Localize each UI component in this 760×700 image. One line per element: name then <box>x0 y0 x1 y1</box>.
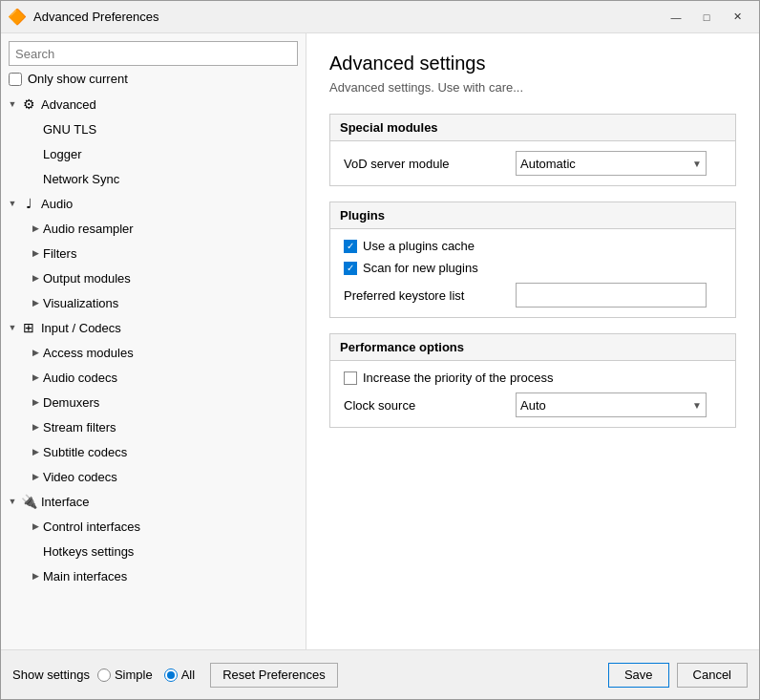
form-row-keystore: Preferred keystore list <box>344 283 722 308</box>
search-container <box>1 33 306 70</box>
tree-label-demuxers: Demuxers <box>43 395 99 410</box>
checkbox-plugins-cache[interactable] <box>344 240 357 253</box>
chevron-down-icon: ▼ <box>692 159 702 169</box>
tree-item-hotkeys-settings[interactable]: Hotkeys settings <box>1 539 306 563</box>
checkbox-scan-plugins[interactable] <box>344 262 357 275</box>
tree-item-subtitle-codecs[interactable]: ▶ Subtitle codecs <box>1 439 306 464</box>
content-area: Only show current ▼ ⚙ Advanced GNU TLS L… <box>1 33 759 699</box>
radio-group-settings: Simple All <box>97 668 195 682</box>
search-input[interactable] <box>9 41 298 66</box>
radio-circle-simple <box>97 668 111 682</box>
label-scan-plugins: Scan for new plugins <box>363 261 478 275</box>
tree-label-logger: Logger <box>43 147 81 161</box>
section-header-special-modules: Special modules <box>330 115 735 141</box>
tree-label-subtitle-codecs: Subtitle codecs <box>43 445 127 459</box>
tree-label-stream-filters: Stream filters <box>43 420 116 435</box>
tree-item-interface[interactable]: ▼ 🔌 Interface <box>1 489 306 514</box>
select-clock-source[interactable]: Auto ▼ <box>516 392 707 417</box>
label-keystore: Preferred keystore list <box>344 288 516 303</box>
tree-label-control-interfaces: Control interfaces <box>43 520 140 534</box>
checkbox-row-plugins-cache: Use a plugins cache <box>344 239 722 253</box>
expand-arrow-stream-filters: ▶ <box>28 419 43 435</box>
tree-item-output-modules[interactable]: ▶ Output modules <box>1 265 306 290</box>
expand-arrow-demuxers: ▶ <box>28 394 43 410</box>
tree-item-main-interfaces[interactable]: ▶ Main interfaces <box>1 563 306 588</box>
select-vod[interactable]: Automatic ▼ <box>516 151 707 176</box>
expand-arrow-interface: ▼ <box>5 494 20 509</box>
tree-label-network-sync: Network Sync <box>43 172 119 186</box>
section-header-performance: Performance options <box>330 334 735 361</box>
only-show-current-checkbox[interactable] <box>9 73 22 86</box>
section-body-performance: Increase the priority of the process Clo… <box>330 361 735 427</box>
app-icon: 🔶 <box>9 9 26 26</box>
section-body-plugins: Use a plugins cache Scan for new plugins… <box>330 229 735 317</box>
expand-arrow-audio-codecs: ▶ <box>28 370 43 385</box>
radio-simple[interactable]: Simple <box>97 668 153 682</box>
label-vod: VoD server module <box>344 157 516 171</box>
close-button[interactable]: ✕ <box>723 8 751 27</box>
right-panel: Advanced settings Advanced settings. Use… <box>306 33 759 649</box>
reset-preferences-button[interactable]: Reset Preferences <box>210 663 338 688</box>
only-show-current-row: Only show current <box>1 70 306 92</box>
checkbox-row-scan-plugins: Scan for new plugins <box>344 261 722 275</box>
expand-arrow-main-interfaces: ▶ <box>28 568 43 583</box>
tree-label-interface: Interface <box>41 495 90 509</box>
window-controls: — □ ✕ <box>662 8 751 27</box>
tree-item-input-codecs[interactable]: ▼ ⊞ Input / Codecs <box>1 315 306 340</box>
tree-item-gnu-tls[interactable]: GNU TLS <box>1 117 306 141</box>
tree-label-main-interfaces: Main interfaces <box>43 569 127 583</box>
input-keystore[interactable] <box>516 283 707 308</box>
expand-arrow-subtitle-codecs: ▶ <box>28 444 43 459</box>
maximize-button[interactable]: □ <box>692 8 721 27</box>
label-plugins-cache: Use a plugins cache <box>363 239 475 253</box>
tree-icon-interface: 🔌 <box>20 493 37 510</box>
tree-label-hotkeys-settings: Hotkeys settings <box>43 544 134 559</box>
footer-right: Save Cancel <box>608 663 748 688</box>
tree-icon-advanced: ⚙ <box>20 95 37 113</box>
tree-icon-input-codecs: ⊞ <box>20 319 37 336</box>
left-panel: Only show current ▼ ⚙ Advanced GNU TLS L… <box>1 33 306 649</box>
minimize-button[interactable]: — <box>662 8 690 27</box>
checkbox-priority[interactable] <box>344 371 357 385</box>
settings-subtitle: Advanced settings. Use with care... <box>329 80 736 95</box>
radio-simple-label: Simple <box>115 668 153 682</box>
label-priority: Increase the priority of the process <box>363 371 553 385</box>
section-performance: Performance options Increase the priorit… <box>329 333 736 428</box>
section-special-modules: Special modules VoD server module Automa… <box>329 114 736 186</box>
tree-label-audio-resampler: Audio resampler <box>43 222 134 236</box>
tree-item-audio[interactable]: ▼ ♩ Audio <box>1 191 306 216</box>
tree-item-network-sync[interactable]: Network Sync <box>1 166 306 191</box>
save-button[interactable]: Save <box>608 663 669 688</box>
radio-circle-all <box>164 668 178 682</box>
tree-label-audio-codecs: Audio codecs <box>43 371 117 385</box>
tree-item-advanced[interactable]: ▼ ⚙ Advanced <box>1 92 306 117</box>
tree-item-access-modules[interactable]: ▶ Access modules <box>1 340 306 365</box>
tree-item-visualizations[interactable]: ▶ Visualizations <box>1 290 306 315</box>
tree-label-audio: Audio <box>41 197 73 211</box>
tree-item-logger[interactable]: Logger <box>1 141 306 166</box>
tree-label-video-codecs: Video codecs <box>43 470 117 484</box>
tree-item-demuxers[interactable]: ▶ Demuxers <box>1 390 306 414</box>
checkbox-row-priority: Increase the priority of the process <box>344 371 722 385</box>
form-row-clock-source: Clock source Auto ▼ <box>344 392 722 417</box>
tree-icon-audio: ♩ <box>20 195 37 212</box>
window: 🔶 Advanced Preferences — □ ✕ Only show c… <box>0 0 760 700</box>
tree-item-audio-codecs[interactable]: ▶ Audio codecs <box>1 365 306 390</box>
tree-item-stream-filters[interactable]: ▶ Stream filters <box>1 414 306 439</box>
select-vod-value: Automatic <box>520 157 576 171</box>
section-header-plugins: Plugins <box>330 202 735 229</box>
tree-label-gnu-tls: GNU TLS <box>43 122 96 137</box>
titlebar: 🔶 Advanced Preferences — □ ✕ <box>1 1 759 33</box>
tree-item-video-codecs[interactable]: ▶ Video codecs <box>1 464 306 489</box>
expand-arrow-input-codecs: ▼ <box>5 320 20 335</box>
radio-all[interactable]: All <box>164 668 195 682</box>
tree-item-filters[interactable]: ▶ Filters <box>1 241 306 265</box>
cancel-button[interactable]: Cancel <box>677 663 748 688</box>
tree-item-control-interfaces[interactable]: ▶ Control interfaces <box>1 514 306 539</box>
tree-item-audio-resampler[interactable]: ▶ Audio resampler <box>1 216 306 241</box>
expand-arrow-access-modules: ▶ <box>28 345 43 360</box>
section-plugins: Plugins Use a plugins cache Scan for new… <box>329 202 736 318</box>
tree-container[interactable]: ▼ ⚙ Advanced GNU TLS Logger Network Sync <box>1 92 306 649</box>
only-show-current-label: Only show current <box>28 72 128 86</box>
tree-label-input-codecs: Input / Codecs <box>41 321 121 335</box>
